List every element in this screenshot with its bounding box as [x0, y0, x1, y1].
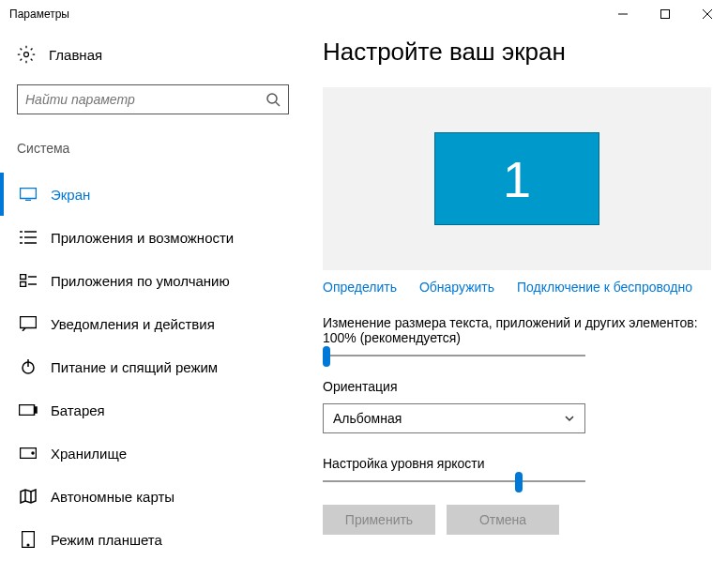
svg-rect-23: [35, 407, 37, 413]
sidebar-item-label: Приложения и возможности: [51, 230, 234, 246]
close-button[interactable]: [686, 0, 728, 28]
svg-point-25: [32, 452, 34, 454]
search-input[interactable]: [25, 92, 265, 107]
scale-slider[interactable]: [323, 355, 585, 356]
display-preview: 1: [323, 87, 711, 270]
search-box[interactable]: [17, 84, 289, 114]
list-icon: [19, 231, 38, 244]
svg-rect-7: [21, 189, 37, 199]
main-content: Настройте ваш экран 1 Определить Обнаруж…: [300, 28, 728, 576]
sidebar: Главная Система Экран Приложения и возмо…: [0, 28, 300, 576]
home-button[interactable]: Главная: [17, 45, 300, 64]
map-icon: [19, 489, 38, 504]
maximize-button[interactable]: [644, 0, 686, 28]
sidebar-item-storage[interactable]: Хранилище: [17, 432, 300, 475]
sidebar-item-label: Режим планшета: [51, 532, 162, 548]
identify-link[interactable]: Определить: [323, 280, 397, 295]
tablet-icon: [19, 531, 38, 548]
brightness-slider-thumb[interactable]: [515, 472, 523, 493]
svg-rect-15: [21, 275, 26, 280]
nav-list: Экран Приложения и возможности Приложени…: [17, 173, 300, 561]
sidebar-item-label: Экран: [51, 187, 90, 203]
wireless-link[interactable]: Подключение к беспроводно: [517, 280, 692, 295]
monitor-1[interactable]: 1: [434, 132, 599, 225]
display-icon: [19, 188, 38, 201]
power-icon: [19, 359, 38, 374]
svg-point-5: [267, 94, 277, 103]
minimize-button[interactable]: [601, 0, 644, 28]
button-row: Применить Отмена: [323, 505, 711, 535]
sidebar-item-label: Автономные карты: [51, 489, 174, 505]
svg-rect-22: [20, 405, 35, 416]
home-label: Главная: [49, 47, 102, 63]
window-title: Параметры: [9, 8, 69, 21]
sidebar-item-display[interactable]: Экран: [17, 173, 300, 216]
svg-rect-19: [21, 317, 37, 328]
sidebar-item-battery[interactable]: Батарея: [17, 388, 300, 432]
section-title: Система: [17, 141, 300, 156]
svg-line-6: [276, 102, 280, 106]
brightness-slider[interactable]: [323, 480, 585, 482]
sidebar-item-maps[interactable]: Автономные карты: [17, 475, 300, 518]
sidebar-item-power[interactable]: Питание и спящий режим: [17, 345, 300, 388]
sidebar-item-default-apps[interactable]: Приложения по умолчанию: [17, 259, 300, 302]
detect-link[interactable]: Обнаружить: [419, 280, 494, 295]
svg-point-4: [24, 53, 29, 57]
sidebar-item-tablet[interactable]: Режим планшета: [17, 518, 300, 561]
scale-slider-thumb[interactable]: [323, 346, 330, 367]
search-icon: [265, 92, 281, 107]
gear-icon: [17, 45, 36, 64]
battery-icon: [19, 404, 38, 416]
svg-rect-1: [660, 10, 669, 19]
orientation-dropdown[interactable]: Альбомная: [323, 403, 585, 433]
svg-point-29: [27, 544, 29, 546]
display-links: Определить Обнаружить Подключение к бесп…: [323, 280, 711, 295]
apply-button[interactable]: Применить: [323, 505, 435, 535]
page-title: Настройте ваш экран: [323, 38, 711, 67]
storage-icon: [19, 447, 38, 459]
scale-label: Изменение размера текста, приложений и д…: [323, 315, 711, 345]
brightness-label: Настройка уровня яркости: [323, 456, 711, 471]
chevron-down-icon: [564, 413, 575, 424]
sidebar-item-apps[interactable]: Приложения и возможности: [17, 216, 300, 259]
orientation-value: Альбомная: [333, 411, 402, 426]
defaults-icon: [19, 274, 38, 287]
sidebar-item-label: Уведомления и действия: [51, 316, 215, 332]
notification-icon: [19, 316, 38, 331]
svg-rect-17: [21, 282, 26, 287]
window-controls: [601, 0, 728, 28]
sidebar-item-label: Питание и спящий режим: [51, 359, 218, 375]
titlebar: Параметры: [0, 0, 728, 28]
cancel-button[interactable]: Отмена: [447, 505, 559, 535]
sidebar-item-notifications[interactable]: Уведомления и действия: [17, 302, 300, 345]
orientation-label: Ориентация: [323, 379, 711, 394]
sidebar-item-label: Батарея: [51, 402, 105, 418]
sidebar-item-label: Хранилище: [51, 446, 127, 462]
sidebar-item-label: Приложения по умолчанию: [51, 273, 230, 289]
